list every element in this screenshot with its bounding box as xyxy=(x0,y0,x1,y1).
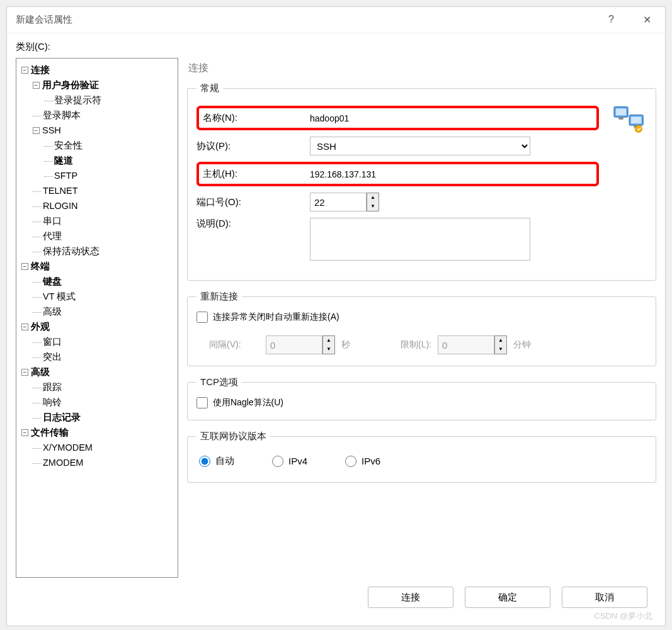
ipv6-radio[interactable] xyxy=(345,456,356,467)
ipver-group: 互联网协议版本 自动 IPv4 IPv6 xyxy=(187,430,656,483)
auto-reconnect-checkbox[interactable] xyxy=(196,312,208,323)
min-label: 分钟 xyxy=(513,339,531,351)
limit-down-button[interactable]: ▼ xyxy=(495,345,506,354)
tree-proxy[interactable]: 代理 xyxy=(43,231,62,241)
desc-label: 说明(D): xyxy=(196,218,310,230)
dialog: 新建会话属性 ? ✕ 类别(C): −连接 −用户身份验证 登录提示符 登录脚本… xyxy=(6,6,666,626)
tree-file-transfer[interactable]: 文件传输 xyxy=(31,427,69,437)
collapse-icon[interactable]: − xyxy=(33,127,40,134)
desc-textarea[interactable] xyxy=(310,218,530,261)
port-input[interactable] xyxy=(310,193,367,211)
svg-point-6 xyxy=(635,125,642,132)
collapse-icon[interactable]: − xyxy=(21,263,28,270)
tree-terminal[interactable]: 终端 xyxy=(31,261,50,271)
tree-telnet[interactable]: TELNET xyxy=(43,186,78,196)
tree-keepalive[interactable]: 保持活动状态 xyxy=(43,246,100,256)
tree-highlight[interactable]: 突出 xyxy=(43,352,62,362)
svg-rect-4 xyxy=(631,116,642,123)
svg-rect-1 xyxy=(616,108,627,115)
main-panel: 连接 常规 名称(N): hadoop01 协议(P): SSH xyxy=(187,58,656,578)
watermark: CSDN @萝小北 xyxy=(594,610,652,622)
window-title: 新建会话属性 xyxy=(16,14,603,26)
tree-vtmode[interactable]: VT 模式 xyxy=(43,291,76,301)
button-bar: 连接 确定 取消 xyxy=(16,578,656,618)
category-label: 类别(C): xyxy=(16,41,656,53)
limit-label: 限制(L): xyxy=(401,339,431,351)
tcp-legend: TCP选项 xyxy=(196,376,242,388)
ip-auto-radio[interactable] xyxy=(199,456,210,467)
tree-sftp[interactable]: SFTP xyxy=(54,171,77,181)
tree-rlogin[interactable]: RLOGIN xyxy=(43,201,78,211)
general-legend: 常规 xyxy=(196,82,223,94)
cancel-button[interactable]: 取消 xyxy=(562,587,647,608)
help-icon[interactable]: ? xyxy=(603,11,619,28)
tree-zmodem[interactable]: ZMODEM xyxy=(43,458,83,468)
protocol-select[interactable]: SSH xyxy=(310,137,530,155)
titlebar-controls: ? ✕ xyxy=(603,11,656,28)
connect-button[interactable]: 连接 xyxy=(368,587,453,608)
host-value[interactable]: 192.168.137.131 xyxy=(310,169,593,179)
host-label: 主机(H): xyxy=(203,168,310,180)
close-icon[interactable]: ✕ xyxy=(638,11,656,28)
connection-icon xyxy=(612,103,647,135)
ipv6-label: IPv6 xyxy=(362,456,380,466)
limit-up-button[interactable]: ▲ xyxy=(495,336,506,345)
reconnect-legend: 重新连接 xyxy=(196,291,242,303)
sec-label: 秒 xyxy=(341,339,350,351)
tree-advanced-terminal[interactable]: 高级 xyxy=(43,307,62,317)
interval-label: 间隔(V): xyxy=(209,339,259,351)
tree-user-auth[interactable]: 用户身份验证 xyxy=(42,80,99,90)
tree-trace[interactable]: 跟踪 xyxy=(43,382,62,392)
ip-auto-label: 自动 xyxy=(215,455,234,467)
collapse-icon[interactable]: − xyxy=(21,369,28,376)
tree-login-script[interactable]: 登录脚本 xyxy=(43,110,81,120)
tree-tunnel[interactable]: 隧道 xyxy=(54,155,73,166)
collapse-icon[interactable]: − xyxy=(21,323,28,330)
nagle-label: 使用Nagle算法(U) xyxy=(213,397,283,408)
interval-down-button[interactable]: ▼ xyxy=(323,345,334,354)
tcp-group: TCP选项 使用Nagle算法(U) xyxy=(187,376,656,420)
ipver-legend: 互联网协议版本 xyxy=(196,430,270,442)
tree-window[interactable]: 窗口 xyxy=(43,337,62,347)
ipv4-label: IPv4 xyxy=(288,456,307,466)
host-row: 主机(H): 192.168.137.131 xyxy=(196,162,599,186)
interval-up-button[interactable]: ▲ xyxy=(323,336,334,345)
tree-login-prompt[interactable]: 登录提示符 xyxy=(54,95,101,105)
category-tree[interactable]: −连接 −用户身份验证 登录提示符 登录脚本 −SSH 安全性 隧道 SFTP … xyxy=(16,58,178,578)
titlebar: 新建会话属性 ? ✕ xyxy=(7,7,665,33)
tree-serial[interactable]: 串口 xyxy=(43,216,62,226)
tree-ssh[interactable]: SSH xyxy=(42,125,61,135)
collapse-icon[interactable]: − xyxy=(21,67,28,74)
port-down-button[interactable]: ▼ xyxy=(367,202,379,211)
tree-security[interactable]: 安全性 xyxy=(54,140,83,150)
nagle-checkbox[interactable] xyxy=(196,397,208,408)
auto-reconnect-label: 连接异常关闭时自动重新连接(A) xyxy=(213,312,339,323)
ipv4-radio[interactable] xyxy=(272,456,283,467)
name-value[interactable]: hadoop01 xyxy=(310,113,593,123)
reconnect-group: 重新连接 连接异常关闭时自动重新连接(A) 间隔(V): ▲▼ 秒 限制(L xyxy=(187,291,656,366)
tree-keyboard[interactable]: 键盘 xyxy=(43,276,62,286)
panel-title: 连接 xyxy=(187,58,656,82)
content: 类别(C): −连接 −用户身份验证 登录提示符 登录脚本 −SSH 安全性 隧… xyxy=(7,33,665,626)
collapse-icon[interactable]: − xyxy=(21,429,28,436)
ok-button[interactable]: 确定 xyxy=(465,587,550,608)
tree-appearance[interactable]: 外观 xyxy=(31,322,50,332)
port-up-button[interactable]: ▲ xyxy=(367,193,379,202)
svg-rect-2 xyxy=(618,117,623,120)
port-label: 端口号(O): xyxy=(196,196,310,208)
tree-advanced[interactable]: 高级 xyxy=(31,367,50,377)
general-group: 常规 名称(N): hadoop01 协议(P): SSH xyxy=(187,82,656,281)
interval-input[interactable] xyxy=(266,335,322,354)
tree-xymodem[interactable]: X/YMODEM xyxy=(43,442,93,453)
limit-input[interactable] xyxy=(438,335,494,354)
protocol-label: 协议(P): xyxy=(196,140,310,152)
tree-bell[interactable]: 响铃 xyxy=(43,397,62,407)
name-row: 名称(N): hadoop01 xyxy=(196,106,599,130)
name-label: 名称(N): xyxy=(203,112,310,124)
tree-connection[interactable]: 连接 xyxy=(31,65,50,75)
tree-logging[interactable]: 日志记录 xyxy=(43,412,81,422)
collapse-icon[interactable]: − xyxy=(33,82,40,89)
